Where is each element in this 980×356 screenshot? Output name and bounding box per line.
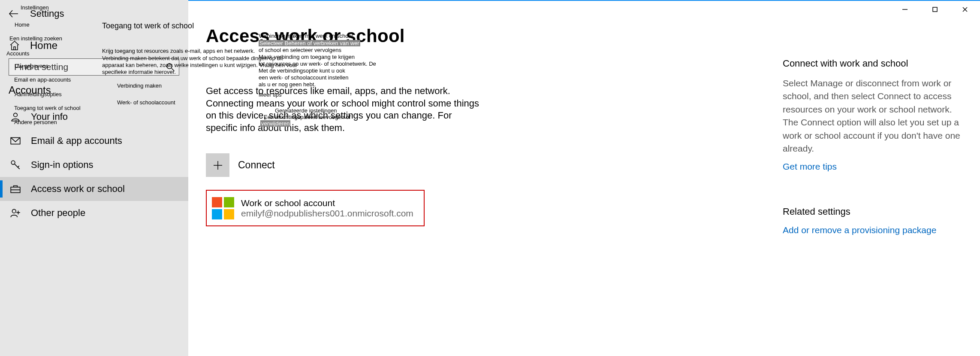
account-email: emilyf@nodpublishers001.onmicrosoft.com <box>241 208 413 219</box>
briefcase-icon <box>9 183 21 195</box>
home-label: Home <box>30 40 57 52</box>
back-button[interactable] <box>5 5 22 22</box>
svg-point-10 <box>11 161 15 164</box>
sidebar-item-label: Other people <box>31 207 85 219</box>
mail-icon <box>9 135 21 147</box>
main-content: Access work or school Get access to reso… <box>206 26 669 226</box>
get-more-tips-link[interactable]: Get more tips <box>783 161 963 172</box>
sidebar-item-label: Email & app accounts <box>31 135 122 146</box>
sidebar: Settings Home Accounts Your info Email &… <box>0 0 188 356</box>
sidebar-item-access-work-school[interactable]: Access work or school <box>0 177 188 201</box>
svg-line-6 <box>172 68 174 71</box>
sidebar-item-email[interactable]: Email & app accounts <box>0 129 188 153</box>
page-title: Access work or school <box>206 26 669 46</box>
page-description: Get access to resources like email, apps… <box>206 85 480 134</box>
category-accounts: Accounts <box>0 76 188 96</box>
right-body-connect: Select Manage or disconnect from work or… <box>783 77 963 155</box>
search-icon <box>166 63 175 71</box>
home-nav[interactable]: Home <box>0 35 188 52</box>
svg-point-5 <box>167 64 172 69</box>
right-panel: Connect with work and school Select Mana… <box>783 58 963 235</box>
sidebar-item-your-info[interactable]: Your info <box>0 105 188 129</box>
search-input[interactable] <box>9 59 179 75</box>
account-title: Work or school account <box>241 198 413 208</box>
sidebar-item-other-people[interactable]: Other people <box>0 201 188 225</box>
arrow-left-icon <box>8 8 19 19</box>
svg-line-12 <box>18 166 19 167</box>
svg-point-15 <box>12 209 16 213</box>
add-remove-provisioning-link[interactable]: Add or remove a provisioning package <box>783 225 963 235</box>
connect-label: Connect <box>238 159 275 171</box>
app-title: Settings <box>30 8 64 19</box>
svg-point-7 <box>14 113 18 117</box>
svg-rect-1 <box>933 7 937 12</box>
work-school-account-card[interactable]: Work or school account emilyf@nodpublish… <box>206 190 425 226</box>
close-button[interactable] <box>950 1 980 18</box>
sidebar-item-label: Your info <box>31 111 68 122</box>
maximize-button[interactable] <box>920 1 950 18</box>
right-heading-related: Related settings <box>783 206 963 217</box>
microsoft-logo-icon <box>212 197 234 219</box>
plus-icon <box>206 153 229 177</box>
nav-list: Your info Email & app accounts Sign-in o… <box>0 105 188 225</box>
person-icon <box>9 111 21 123</box>
key-icon <box>9 159 21 171</box>
home-icon <box>9 40 21 52</box>
window-top-accent <box>188 0 980 1</box>
connect-button[interactable]: Connect <box>206 153 669 177</box>
search-box[interactable] <box>9 58 179 76</box>
right-heading-connect: Connect with work and school <box>783 58 963 69</box>
account-texts: Work or school account emilyf@nodpublish… <box>241 198 413 219</box>
sidebar-item-label: Access work or school <box>31 183 125 195</box>
window-controls <box>890 1 980 18</box>
minimize-button[interactable] <box>890 1 920 18</box>
add-person-icon <box>9 207 21 219</box>
sidebar-item-label: Sign-in options <box>31 159 93 170</box>
sidebar-item-signin[interactable]: Sign-in options <box>0 153 188 177</box>
